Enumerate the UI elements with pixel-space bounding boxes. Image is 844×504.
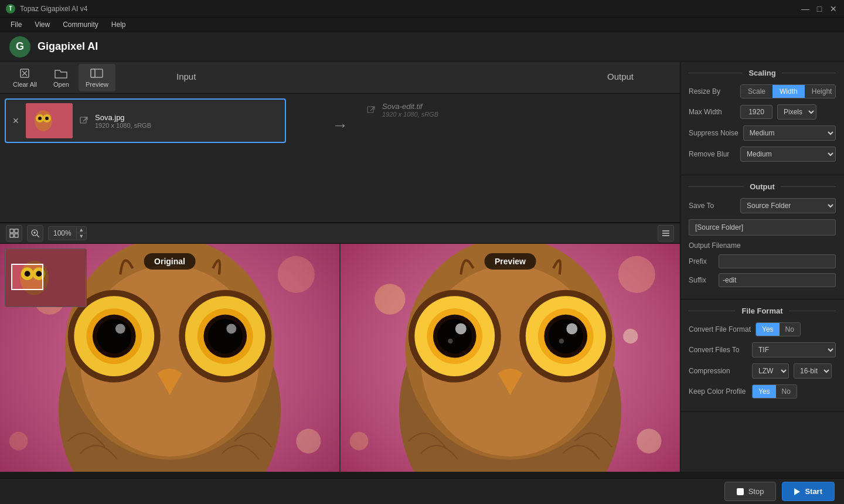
svg-rect-18 [15, 229, 18, 233]
convert-format-label: Convert File Format [689, 325, 751, 333]
app-title: Gigapixel AI [38, 40, 98, 53]
prefix-row: Prefix [689, 254, 836, 268]
start-button[interactable]: Start [782, 482, 835, 501]
bit-depth-select[interactable]: 16-bit 8-bit [794, 363, 832, 379]
max-width-row: Max Width Pixels % [689, 104, 836, 120]
svg-rect-12 [26, 103, 73, 138]
fit-view-button[interactable] [6, 225, 22, 241]
input-file-item[interactable]: ✕ [5, 98, 286, 143]
open-label: Open [53, 81, 69, 88]
file-open-external-button[interactable] [77, 114, 90, 127]
thumbnail-navigator[interactable] [5, 248, 87, 307]
width-button[interactable]: Width [772, 85, 805, 98]
image-viewer[interactable]: Original [0, 244, 680, 472]
open-button[interactable]: Open [46, 64, 76, 91]
keep-color-no-button[interactable]: No [776, 385, 797, 398]
save-to-select[interactable]: Source Folder Custom Folder [740, 198, 836, 213]
stop-button[interactable]: Stop [724, 482, 777, 501]
clear-all-button[interactable]: Clear All [6, 64, 44, 91]
zoom-arrows: ▲ ▼ [76, 227, 86, 240]
menu-community[interactable]: Community [57, 19, 104, 30]
keep-color-yes-button[interactable]: Yes [753, 385, 776, 398]
arrow-icon: → [332, 116, 348, 135]
scaling-section: Scaling Resize By Scale Width Height Max… [680, 62, 844, 175]
convert-yes-button[interactable]: Yes [756, 323, 780, 336]
svg-point-58 [375, 284, 406, 315]
scale-button[interactable]: Scale [741, 85, 772, 98]
arrow-section: → [320, 98, 360, 135]
prefix-input[interactable] [719, 254, 836, 268]
viewer-toolbar: 100% ▲ ▼ [0, 223, 680, 244]
svg-point-62 [623, 329, 638, 343]
input-section-label: Input [176, 71, 196, 81]
remove-blur-select[interactable]: Medium Low High [740, 147, 836, 162]
input-section: ✕ [5, 98, 320, 217]
svg-rect-4 [91, 69, 95, 77]
svg-point-61 [350, 432, 369, 451]
convert-to-label: Convert Files To [689, 346, 747, 354]
file-close-button[interactable]: ✕ [11, 115, 21, 126]
menu-help[interactable]: Help [106, 19, 132, 30]
menu-view[interactable]: View [29, 19, 56, 30]
output-section: Sova-edit.tif 1920 x 1080, sRGB [360, 98, 675, 217]
suppress-noise-label: Suppress Noise [689, 129, 738, 137]
convert-to-row: Convert Files To TIF JPG PNG [689, 342, 836, 357]
thumbnail-selector[interactable] [11, 264, 43, 290]
save-to-label: Save To [689, 202, 736, 210]
main-layout: Clear All Open Preview [0, 62, 844, 472]
content-area: Clear All Open Preview [0, 62, 680, 472]
width-unit-select[interactable]: Pixels % [777, 104, 816, 120]
compression-row: Compression LZW None ZIP 16-bit 8-bit [689, 363, 836, 379]
zoom-button[interactable] [27, 225, 43, 241]
app-header: G Gigapixel AI [0, 32, 844, 62]
file-thumbnail [26, 103, 73, 138]
zoom-up-button[interactable]: ▲ [77, 227, 86, 233]
svg-point-77 [549, 319, 583, 353]
convert-no-button[interactable]: No [780, 323, 800, 336]
compression-select[interactable]: LZW None ZIP [752, 363, 789, 379]
svg-point-40 [9, 432, 28, 451]
suffix-input[interactable] [719, 273, 836, 287]
file-name: Sova.jpg [95, 113, 280, 122]
suppress-noise-select[interactable]: Medium Low High [743, 125, 836, 141]
output-file-meta: 1920 x 1080, sRGB [382, 111, 637, 118]
maximize-button[interactable]: □ [815, 4, 824, 13]
original-label: Original [144, 253, 196, 270]
max-width-input[interactable] [740, 105, 772, 119]
bottom-bar: Stop Start [0, 478, 844, 504]
convert-to-select[interactable]: TIF JPG PNG [752, 342, 836, 357]
menu-file[interactable]: File [5, 19, 28, 30]
preview-label: Preview [484, 253, 536, 270]
svg-point-72 [448, 339, 452, 343]
zoom-down-button[interactable]: ▼ [77, 233, 86, 240]
compress-controls: LZW None ZIP 16-bit 8-bit [752, 363, 836, 379]
scaling-title: Scaling [743, 69, 781, 77]
preview-icon [90, 67, 104, 79]
svg-point-55 [226, 324, 236, 334]
zoom-control: 100% ▲ ▼ [48, 226, 87, 240]
convert-format-toggle: Yes No [755, 322, 801, 336]
preview-button[interactable]: Preview [79, 64, 115, 91]
minimize-button[interactable]: — [801, 4, 810, 13]
svg-point-38 [278, 256, 315, 293]
app-icon: T [6, 4, 15, 13]
toolbar: Clear All Open Preview [0, 62, 680, 94]
svg-point-60 [637, 429, 661, 454]
source-folder-display: [Source Folder] [689, 219, 836, 236]
right-panel: Preview [341, 244, 680, 472]
titlebar-left: T Topaz Gigapixel AI v4 [6, 4, 87, 13]
remove-blur-label: Remove Blur [689, 150, 736, 158]
svg-rect-17 [10, 229, 13, 233]
close-button[interactable]: ✕ [829, 4, 838, 13]
stop-label: Stop [748, 487, 764, 496]
output-file-item: Sova-edit.tif 1920 x 1080, sRGB [360, 98, 641, 121]
app-logo: G [9, 36, 30, 57]
remove-blur-row: Remove Blur Medium Low High [689, 147, 836, 162]
svg-point-71 [455, 323, 467, 335]
preview-label: Preview [86, 81, 108, 88]
collapse-button[interactable] [658, 225, 674, 241]
height-button[interactable]: Height [805, 85, 836, 98]
clear-all-icon [18, 67, 32, 79]
output-open-button[interactable] [365, 104, 377, 117]
titlebar: T Topaz Gigapixel AI v4 — □ ✕ [0, 0, 844, 18]
